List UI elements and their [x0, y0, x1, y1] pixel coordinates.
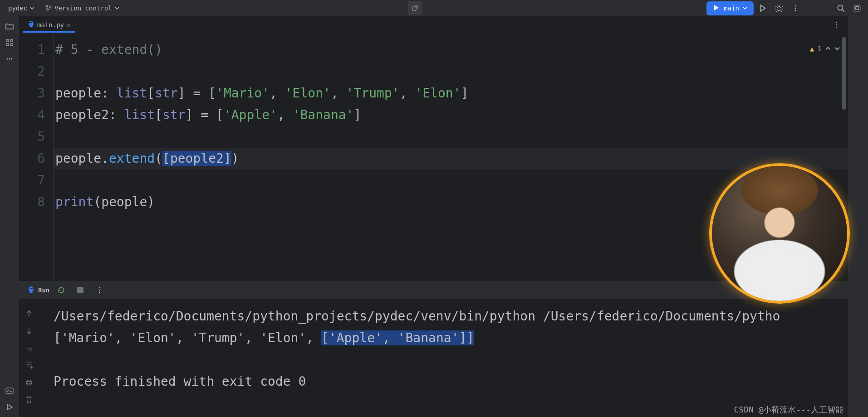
vcs-selector[interactable]: Version control — [41, 2, 123, 15]
warning-icon: ▲ — [810, 38, 814, 60]
code-text: str — [155, 86, 178, 101]
step-down-icon[interactable] — [23, 325, 35, 337]
code-text: 'Trump' — [346, 86, 400, 101]
svg-point-23 — [836, 26, 837, 27]
run-output-panel: /Users/federico/Documents/python_project… — [19, 299, 848, 417]
run-tab-label: Run — [38, 286, 49, 294]
webcam-overlay — [709, 163, 850, 304]
output-line: ['Mario', 'Elon', 'Trump', 'Elon', — [54, 330, 321, 345]
code-text: , — [270, 86, 285, 101]
svg-rect-13 — [6, 44, 9, 46]
close-icon[interactable]: ✕ — [67, 21, 70, 29]
svg-point-26 — [99, 292, 100, 293]
svg-rect-18 — [6, 388, 13, 393]
code-text: list — [124, 107, 155, 122]
svg-point-0 — [46, 5, 48, 7]
vcs-label: Version control — [54, 5, 112, 12]
svg-point-25 — [99, 290, 100, 291]
run-more-button[interactable] — [92, 283, 107, 297]
code-text: str — [162, 107, 186, 122]
svg-point-24 — [99, 287, 100, 288]
print-icon[interactable] — [23, 376, 35, 389]
code-text: ( — [155, 151, 162, 166]
stop-button[interactable] — [73, 283, 88, 297]
header-left: pydec Version control — [4, 2, 124, 15]
header-center — [124, 1, 707, 15]
code-text: ) — [231, 151, 239, 166]
output-line: /Users/federico/Documents/python_project… — [54, 309, 780, 324]
trash-icon[interactable] — [23, 393, 35, 406]
step-up-icon[interactable] — [23, 307, 35, 320]
line-number: 5 — [19, 126, 45, 148]
chevron-down-icon — [115, 6, 119, 10]
code-text: people. — [55, 151, 109, 166]
python-file-icon — [27, 20, 34, 29]
code-text: 'Elon' — [285, 86, 331, 101]
popout-button[interactable] — [408, 1, 422, 15]
svg-rect-10 — [856, 7, 859, 10]
debug-button[interactable] — [772, 1, 786, 15]
run-button[interactable] — [755, 1, 770, 15]
rerun-button[interactable] — [54, 283, 69, 297]
structure-tool-icon[interactable] — [3, 36, 16, 49]
inspection-widget[interactable]: ▲ 1 — [810, 38, 840, 60]
run-tab[interactable]: Run — [27, 286, 49, 295]
tab-main-py[interactable]: main.py ✕ — [23, 18, 75, 32]
right-tool-rail — [848, 16, 868, 417]
code-text: ] = [ — [178, 86, 216, 101]
svg-rect-11 — [6, 39, 9, 42]
code-text: ] — [461, 86, 469, 101]
svg-rect-12 — [10, 39, 13, 42]
svg-point-7 — [795, 10, 796, 11]
project-tool-icon[interactable] — [3, 20, 16, 33]
svg-point-20 — [31, 26, 32, 27]
more-button[interactable] — [788, 1, 803, 15]
line-number: 6 — [19, 148, 45, 170]
code-text: 'Banana' — [293, 107, 354, 122]
scrollbar-thumb[interactable] — [842, 37, 846, 110]
tab-more-button[interactable] — [829, 18, 843, 32]
code-text: (people) — [93, 194, 155, 209]
run-config-icon — [713, 4, 720, 13]
tab-label: main.py — [37, 21, 64, 29]
code-text: ] = [ — [186, 107, 224, 122]
code-text: , — [400, 86, 415, 101]
chevron-up-icon[interactable] — [825, 38, 831, 60]
svg-point-15 — [7, 58, 8, 60]
title-bar: pydec Version control main — [0, 0, 868, 16]
svg-rect-14 — [10, 44, 13, 46]
chevron-down-icon[interactable] — [834, 38, 840, 60]
code-text: , — [277, 107, 293, 122]
svg-rect-28 — [28, 380, 31, 381]
svg-point-4 — [777, 7, 781, 11]
code-text: 'Mario' — [216, 86, 270, 101]
selection: [people2] — [162, 151, 231, 166]
line-number: 3 — [19, 82, 45, 104]
run-config-selector[interactable]: main — [706, 1, 754, 15]
more-tools-icon[interactable] — [3, 53, 16, 65]
svg-point-6 — [795, 8, 796, 9]
code-text: people: — [55, 86, 117, 101]
output-highlight: ['Apple', 'Banana']] — [321, 330, 474, 345]
svg-point-17 — [11, 58, 13, 60]
editor-tabs: main.py ✕ — [19, 16, 848, 34]
console-output[interactable]: /Users/federico/Documents/python_project… — [39, 299, 848, 417]
svg-point-2 — [49, 6, 51, 8]
svg-point-21 — [836, 22, 837, 23]
scroll-end-icon[interactable] — [23, 359, 35, 372]
run-tool-icon[interactable] — [3, 401, 16, 413]
settings-button[interactable] — [850, 1, 864, 15]
soft-wrap-icon[interactable] — [23, 342, 35, 354]
code-text: [ — [147, 86, 155, 101]
project-selector[interactable]: pydec — [4, 2, 39, 15]
svg-point-8 — [838, 5, 843, 10]
svg-point-16 — [9, 58, 10, 60]
code-text: 'Apple' — [224, 107, 277, 122]
code-text: people2: — [55, 107, 124, 122]
line-number: 8 — [19, 191, 45, 213]
terminal-tool-icon[interactable] — [3, 384, 16, 397]
code-text: 'Elon' — [415, 86, 461, 101]
search-button[interactable] — [834, 1, 848, 15]
project-name: pydec — [8, 5, 27, 12]
run-gutter — [19, 299, 39, 417]
